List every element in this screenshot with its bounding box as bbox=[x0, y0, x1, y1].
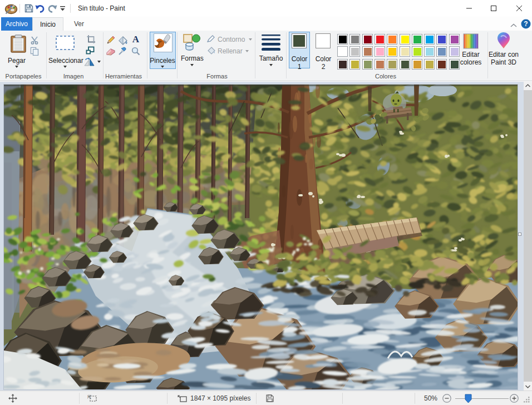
svg-text:A: A bbox=[132, 34, 140, 44]
svg-text:⇱: ⇱ bbox=[87, 394, 92, 400]
svg-text:?: ? bbox=[524, 20, 528, 28]
